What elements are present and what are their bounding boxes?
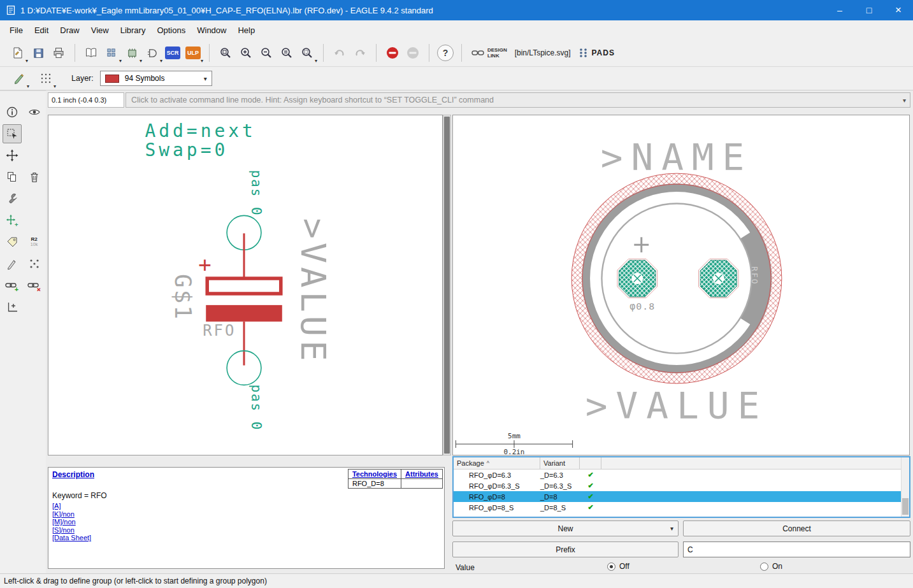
connect-button[interactable]: Connect [683, 520, 910, 536]
link-datasheet[interactable]: [Data Sheet] [52, 534, 91, 542]
value-off-radio[interactable]: Off [607, 562, 629, 571]
package-canvas[interactable]: >NAME [452, 115, 910, 455]
package-table[interactable]: Package^ Variant RFO_φD=6.3 _D=6.3 ✔ [452, 456, 910, 518]
load-package-button[interactable]: ▾ [122, 43, 142, 63]
gate-name-text[interactable]: G$1 [170, 274, 196, 321]
technology-cell[interactable]: RFO_D=8 [348, 479, 401, 489]
link-m-non[interactable]: [M]/non [52, 518, 91, 526]
table-row[interactable]: RFO_φD=6.3_S _D=6.3_S ✔ [454, 480, 909, 491]
menu-options[interactable]: Options [151, 22, 191, 38]
zoom-in-button[interactable] [236, 43, 256, 63]
display-button[interactable] [25, 103, 44, 122]
header-package[interactable]: Package^ [454, 457, 540, 469]
table-row[interactable]: RFO_φD=8_S _D=8_S ✔ [454, 502, 909, 513]
swaplevel-add-text[interactable]: Add=next [145, 120, 256, 141]
value-placeholder-text[interactable]: >VALUE [293, 218, 333, 364]
scrollbar-thumb[interactable] [902, 498, 909, 515]
polarity-plus[interactable]: + [198, 252, 211, 277]
close-button[interactable]: × [884, 0, 913, 20]
go-button[interactable] [403, 43, 423, 63]
header-check[interactable] [580, 457, 601, 469]
run-ulp-button[interactable]: ULP ▾ [183, 43, 203, 63]
prefix-button[interactable]: Prefix [452, 541, 679, 557]
menu-window[interactable]: Window [191, 22, 232, 38]
grid-button[interactable]: ▾ [36, 68, 56, 89]
pin-label-bottom[interactable]: pas 0 [248, 384, 264, 431]
change-button[interactable] [3, 189, 22, 208]
package-label-text[interactable]: RFO [750, 266, 759, 285]
scrollbar-thumb[interactable] [444, 117, 450, 454]
header-variant[interactable]: Variant [540, 457, 580, 469]
group-select-button[interactable] [3, 124, 22, 143]
paste-button[interactable]: + [3, 211, 22, 230]
new-button[interactable]: New ▾ [452, 520, 679, 536]
link-s-non[interactable]: [S]/non [52, 526, 91, 534]
library-manager-button[interactable] [81, 43, 101, 63]
name-button[interactable] [3, 233, 22, 252]
menu-file[interactable]: File [4, 22, 29, 38]
name-placeholder-text[interactable]: >NAME [601, 136, 753, 179]
menu-library[interactable]: Library [115, 22, 152, 38]
attribute-button[interactable] [3, 254, 22, 273]
table-row[interactable]: RFO_φD=6.3 _D=6.3 ✔ [454, 470, 909, 480]
pin-label-top[interactable]: pas 0 [248, 170, 264, 217]
print-button[interactable] [48, 43, 69, 63]
swaplevel-swap-text[interactable]: Swap=0 [145, 140, 229, 161]
design-link-button[interactable]: DESIGNLINK [468, 43, 511, 63]
zoom-exact-button[interactable] [277, 43, 297, 63]
value-placeholder-text[interactable]: >VALUE [586, 384, 768, 427]
description-link[interactable]: Description [52, 470, 94, 479]
attributes-header-link[interactable]: Attributes [401, 470, 443, 479]
symbol-canvas[interactable]: Add=next Swap=0 pas 0 + pas 0 G$1 RFO [48, 115, 443, 455]
attribute-cell[interactable] [401, 479, 443, 489]
zoom-out-button[interactable] [256, 43, 277, 63]
capacitor-plate-bottom[interactable] [206, 305, 282, 322]
technologies-header-link[interactable]: Technologies [348, 470, 401, 479]
move-button[interactable] [3, 146, 22, 165]
redo-button[interactable] [350, 43, 370, 63]
prefix-input[interactable] [683, 541, 910, 557]
dimension-button[interactable] [3, 298, 22, 317]
maximize-button[interactable]: □ [854, 0, 884, 20]
ltspice-button[interactable]: [bin/LTspice.svg] [511, 43, 575, 63]
zoom-fit-button[interactable] [215, 43, 236, 63]
layer-select[interactable]: 94 Symbols ▾ [100, 71, 212, 86]
pad-positive[interactable] [617, 259, 658, 298]
silkscreen-ring[interactable] [586, 188, 768, 369]
delete-button[interactable] [25, 168, 44, 187]
pad-negative[interactable] [698, 259, 738, 298]
load-device-button[interactable]: ▾ [101, 43, 122, 63]
undo-button[interactable] [329, 43, 350, 63]
capacitor-plate-top[interactable] [207, 278, 281, 294]
symbol-name-text[interactable]: RFO [203, 322, 236, 340]
save-button[interactable] [28, 43, 48, 63]
pads-button[interactable]: PADS [575, 43, 619, 63]
drill-label[interactable]: φ0.8 [629, 301, 655, 312]
value-on-radio[interactable]: On [760, 562, 782, 571]
menu-view[interactable]: View [85, 22, 115, 38]
menu-draw[interactable]: Draw [54, 22, 85, 38]
stop-button[interactable] [382, 43, 403, 63]
menu-edit[interactable]: Edit [29, 22, 54, 38]
keepout-ring[interactable] [577, 179, 777, 378]
package-table-scrollbar[interactable] [901, 457, 909, 517]
value-button[interactable]: R210k [25, 233, 44, 252]
disconnect-button-tool[interactable]: × [25, 276, 44, 295]
link-a[interactable]: [A] [52, 502, 91, 510]
plus-marker[interactable] [634, 237, 649, 252]
run-script-button[interactable]: SCR [162, 43, 183, 63]
load-symbol-button[interactable]: ▾ [142, 43, 162, 63]
link-k-non[interactable]: [K]/non [52, 510, 91, 519]
minimize-button[interactable]: – [825, 0, 854, 20]
zoom-select-button[interactable]: ▾ [297, 43, 317, 63]
connect-button-tool[interactable]: + [3, 276, 22, 295]
command-line-input[interactable]: Click to activate command line mode. Hin… [126, 92, 910, 108]
menu-help[interactable]: Help [232, 22, 261, 38]
table-row-selected[interactable]: RFO_φD=8 _D=8 ✔ [454, 491, 909, 502]
open-button[interactable]: ▾ [8, 43, 28, 63]
info-button[interactable] [3, 103, 22, 122]
technologies-button[interactable] [25, 254, 44, 273]
copy-button[interactable] [3, 168, 22, 187]
change-settings-button[interactable]: ▾ [9, 68, 29, 89]
help-button[interactable]: ? [435, 43, 456, 63]
